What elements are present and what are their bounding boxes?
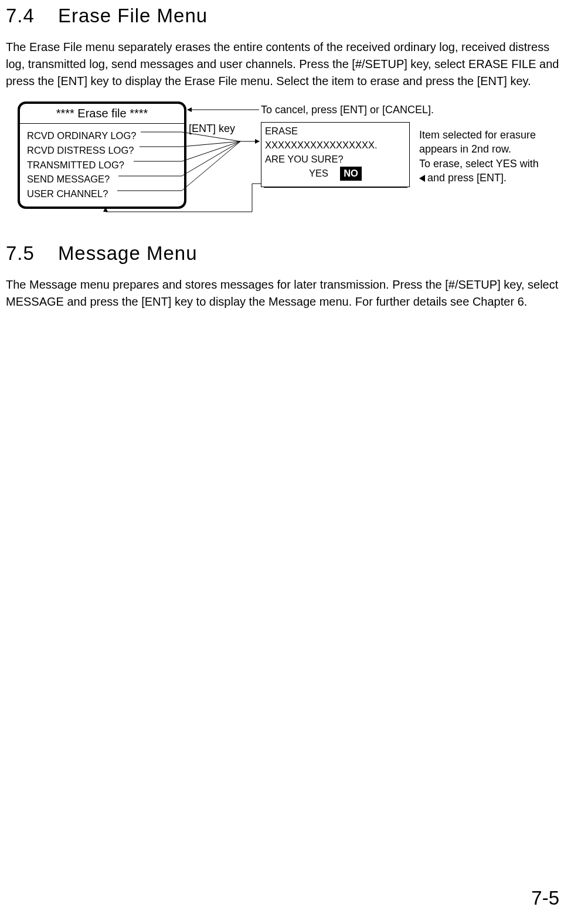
svg-line-10 [182,141,240,191]
svg-line-4 [182,141,240,147]
cancel-instruction: To cancel, press [ENT] or [CANCEL]. [261,104,434,116]
left-arrow-icon [419,175,425,182]
section-7-5-body: The Message menu prepares and stores mes… [6,276,565,310]
side-line2: To erase, select YES with [419,158,539,170]
svg-line-6 [182,141,240,161]
side-line1: Item selected for erasure appears in 2nd… [419,129,536,155]
list-item: USER CHANNEL? [27,187,177,201]
side-line3: and press [ENT]. [427,172,507,184]
list-item: SEND MESSAGE? [27,172,177,187]
erase-file-menu-box: **** Erase file **** RCVD ORDINARY LOG? … [18,101,186,209]
confirm-options: YES NO [265,167,406,181]
confirm-dialog: ERASE XXXXXXXXXXXXXXXXX. ARE YOU SURE? Y… [261,122,410,187]
erase-file-menu-items: RCVD ORDINARY LOG? RCVD DISTRESS LOG? TR… [20,124,184,206]
list-item: TRANSMITTED LOG? [27,158,177,172]
confirm-line2: XXXXXXXXXXXXXXXXX. [265,138,406,153]
section-title: Message Menu [58,242,198,264]
confirm-line1: ERASE [265,124,406,138]
erase-file-menu-title: **** Erase file **** [20,104,184,124]
page-number: 7-5 [531,887,559,909]
erase-file-diagram: **** Erase file **** RCVD ORDINARY LOG? … [6,101,565,219]
section-7-4-body: The Erase File menu separately erases th… [6,39,565,90]
yes-option: YES [309,167,328,181]
section-title: Erase File Menu [58,5,208,26]
list-item: RCVD DISTRESS LOG? [27,143,177,158]
list-item: RCVD ORDINARY LOG? [27,128,177,143]
svg-line-8 [182,141,240,176]
section-heading-7-4: 7.4Erase File Menu [6,5,565,27]
no-option: NO [340,167,362,181]
section-number: 7.5 [6,242,35,265]
confirm-line3: ARE YOU SURE? [265,153,406,167]
side-instructions: Item selected for erasure appears in 2nd… [419,128,571,185]
section-number: 7.4 [6,5,35,27]
section-heading-7-5: 7.5Message Menu [6,242,565,265]
ent-key-label: [ENT] key [189,123,235,135]
